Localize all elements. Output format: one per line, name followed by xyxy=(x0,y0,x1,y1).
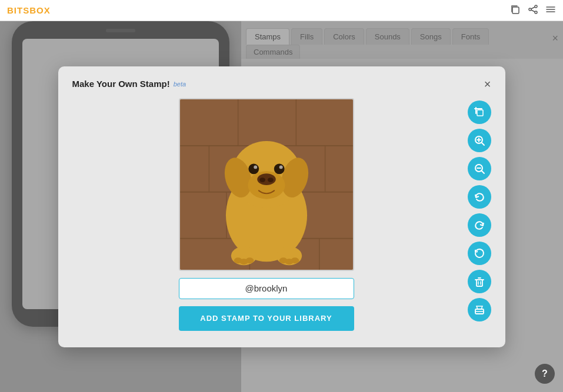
redo-tool-button[interactable] xyxy=(468,213,491,237)
svg-point-2 xyxy=(535,11,537,14)
svg-point-38 xyxy=(245,257,254,263)
copy-icon[interactable] xyxy=(510,4,521,17)
menu-icon[interactable] xyxy=(545,4,556,17)
modal: Make Your Own Stamp! beta × xyxy=(58,66,505,347)
svg-rect-0 xyxy=(512,7,519,14)
topbar: BITSBOX xyxy=(0,0,563,21)
zoom-in-tool-button[interactable] xyxy=(468,129,491,152)
modal-tools xyxy=(468,98,491,321)
svg-point-30 xyxy=(248,163,259,174)
modal-title: Make Your Own Stamp! xyxy=(72,79,170,89)
modal-body: ADD STAMP TO YOUR LIBRARY xyxy=(72,98,491,331)
svg-point-32 xyxy=(254,165,257,169)
svg-point-28 xyxy=(259,177,265,182)
svg-line-4 xyxy=(531,7,535,9)
modal-overlay: Make Your Own Stamp! beta × xyxy=(0,21,563,392)
modal-close-button[interactable]: × xyxy=(484,78,491,90)
add-stamp-button[interactable]: ADD STAMP TO YOUR LIBRARY xyxy=(179,306,354,331)
modal-left-panel: ADD STAMP TO YOUR LIBRARY xyxy=(72,98,461,331)
crop-tool-button[interactable] xyxy=(468,100,491,124)
svg-point-33 xyxy=(279,165,282,169)
svg-rect-52 xyxy=(477,280,482,286)
stamp-image-container xyxy=(179,98,354,271)
svg-line-50 xyxy=(482,171,484,173)
svg-point-31 xyxy=(274,163,284,174)
refresh-tool-button[interactable] xyxy=(468,242,491,265)
zoom-out-tool-button[interactable] xyxy=(468,157,491,180)
eraser-tool-button[interactable] xyxy=(468,298,491,321)
svg-point-29 xyxy=(267,177,273,182)
svg-point-1 xyxy=(535,5,537,8)
logo: BITSBOX xyxy=(7,5,51,15)
stamp-name-input[interactable] xyxy=(179,278,354,299)
svg-point-41 xyxy=(291,257,299,263)
svg-rect-44 xyxy=(477,110,483,116)
topbar-icons xyxy=(510,4,556,17)
modal-beta-label: beta xyxy=(174,81,186,88)
delete-tool-button[interactable] xyxy=(468,270,491,293)
help-button[interactable]: ? xyxy=(535,364,555,384)
share-icon[interactable] xyxy=(528,4,538,17)
modal-header: Make Your Own Stamp! beta × xyxy=(72,78,491,90)
svg-point-3 xyxy=(529,8,531,11)
svg-line-46 xyxy=(482,143,484,145)
svg-line-5 xyxy=(531,10,535,12)
undo-tool-button[interactable] xyxy=(468,185,491,209)
